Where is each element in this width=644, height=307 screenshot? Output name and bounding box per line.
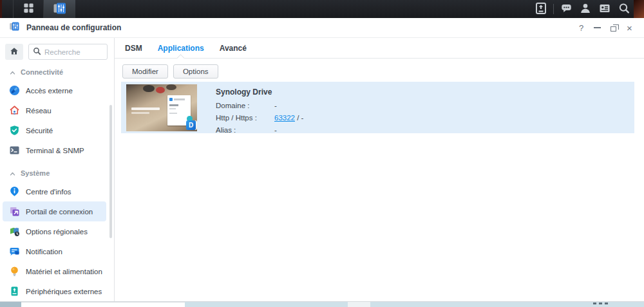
sidebar-item-notification[interactable]: Notification [3, 241, 106, 261]
restore-button[interactable] [605, 21, 621, 34]
https-port-value: / - [295, 114, 303, 122]
alias-label: Alias : [216, 124, 274, 136]
sidebar-item-reseau[interactable]: Réseau [3, 100, 106, 120]
search-icon [618, 2, 630, 17]
window-title: Panneau de configuration [26, 23, 121, 32]
sidebar-item-acces-externe[interactable]: Accès externe [3, 80, 106, 100]
external-access-icon [9, 85, 20, 96]
sidebar-item-portail-de-connexion[interactable]: Portail de connexion [3, 201, 106, 221]
chat-icon [560, 2, 573, 17]
main-panel: DSM Applications Avancé Modifier Options [115, 38, 644, 301]
home-icon [10, 47, 19, 57]
notification-icon [9, 246, 20, 257]
sidebar-item-peripheriques-externes[interactable]: Périphériques externes [3, 281, 106, 301]
window-titlebar[interactable]: Panneau de configuration ? × [0, 18, 644, 38]
security-shield-icon [9, 125, 20, 136]
tab-dsm[interactable]: DSM [125, 44, 142, 58]
backup-icon [535, 2, 547, 17]
domain-value: - [274, 100, 277, 112]
home-button[interactable] [5, 44, 23, 60]
regional-options-icon [9, 226, 20, 237]
background-text-fragment [593, 302, 610, 304]
app-thumbnail: D [126, 84, 197, 131]
show-desktop-button[interactable] [0, 0, 14, 18]
sidebar-scrollbar[interactable] [109, 105, 112, 238]
section-connectivite[interactable]: Connectivité [0, 64, 114, 80]
widgets-tray-button[interactable] [595, 0, 614, 18]
section-systeme[interactable]: Système [0, 165, 114, 181]
search-tray-button[interactable] [614, 0, 634, 18]
backup-tray-button[interactable] [531, 0, 551, 18]
chat-tray-button[interactable] [556, 0, 576, 18]
sidebar-item-centre-infos[interactable]: Centre d'infos [3, 181, 106, 201]
hardware-power-bulb-icon [9, 266, 20, 277]
sidebar-item-options-regionales[interactable]: Options régionales [3, 221, 106, 241]
wallpaper [634, 0, 644, 18]
tab-applications[interactable]: Applications [158, 44, 204, 58]
terminal-icon [9, 145, 20, 156]
alias-value: - [274, 124, 277, 136]
search-input[interactable] [44, 48, 103, 56]
sidebar-item-securite[interactable]: Sécurité [3, 120, 106, 140]
help-button[interactable]: ? [573, 21, 589, 34]
modifier-button[interactable]: Modifier [122, 64, 168, 79]
domain-label: Domaine : [216, 100, 274, 112]
close-button[interactable]: × [621, 21, 638, 34]
search-box[interactable] [28, 44, 108, 60]
main-menu-button[interactable] [14, 0, 44, 18]
search-field-icon [33, 46, 41, 58]
synology-drive-logo: D [186, 120, 196, 130]
info-center-icon [9, 186, 20, 197]
http-port-link[interactable]: 63322 [274, 114, 295, 122]
taskbar-control-panel-button[interactable] [44, 0, 75, 18]
main-menu-grid-icon [23, 2, 35, 16]
external-devices-icon [9, 286, 20, 297]
http-https-label: Http / Https : [216, 112, 274, 124]
sidebar-item-terminal-snmp[interactable]: Terminal & SNMP [3, 140, 106, 160]
network-icon [9, 105, 20, 116]
background-window-strip [0, 302, 644, 307]
sidebar: Connectivité Accès externe Réseau [0, 38, 115, 301]
control-panel-icon [9, 21, 20, 34]
chevron-up-icon [10, 68, 15, 77]
tab-bar: DSM Applications Avancé [115, 38, 644, 59]
user-icon [579, 2, 592, 17]
minimize-button[interactable] [589, 21, 605, 34]
sidebar-item-materiel-alimentation[interactable]: Matériel et alimentation [3, 261, 106, 281]
taskbar-divider [553, 4, 554, 14]
tab-avance[interactable]: Avancé [220, 44, 247, 58]
control-panel-app-icon [53, 2, 67, 17]
widgets-icon [598, 2, 611, 17]
application-row-synology-drive[interactable]: D Synology Drive Domaine : - Http / Http… [121, 82, 634, 133]
user-tray-button[interactable] [576, 0, 595, 18]
chevron-up-icon [10, 169, 15, 178]
desktop: Panneau de configuration ? × [0, 0, 644, 307]
toolbar: Modifier Options [115, 59, 644, 79]
login-portal-icon [9, 206, 20, 217]
app-name: Synology Drive [216, 88, 303, 97]
options-button[interactable]: Options [173, 64, 218, 79]
control-panel-window: Panneau de configuration ? × [0, 18, 644, 302]
taskbar [0, 0, 644, 18]
